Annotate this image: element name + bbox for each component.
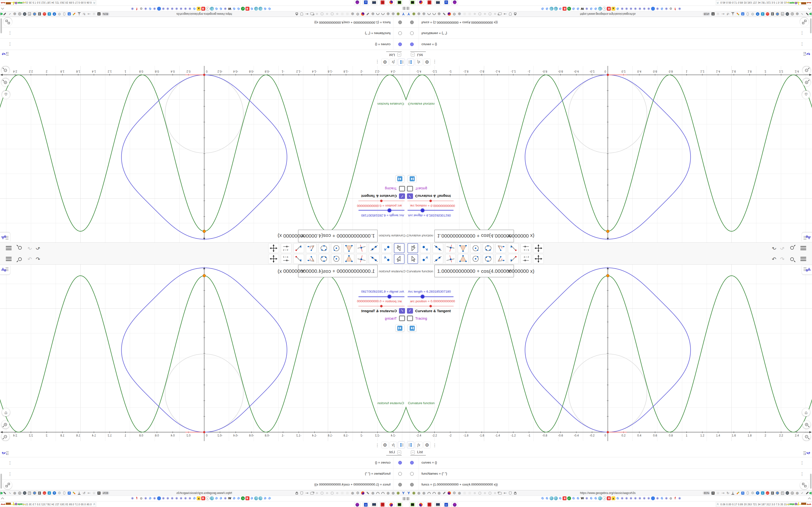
gauge-icon[interactable]	[432, 491, 436, 495]
favicon-gear-flower[interactable]: ⚙	[139, 496, 143, 500]
favicon-flower[interactable]: ✱	[625, 7, 628, 11]
download-icon[interactable]: ↓	[77, 491, 81, 495]
yandex-pin-icon[interactable]: Y	[406, 491, 411, 495]
favicon-blue-ball[interactable]	[651, 496, 655, 500]
favicon-sphere[interactable]	[254, 7, 258, 11]
algebra-row[interactable]: funcs = {1.000000000000 + cos(4.00000000…	[0, 17, 406, 27]
globe-icon[interactable]: ⊕	[795, 12, 800, 16]
favicon-flower[interactable]: ✱	[166, 496, 170, 500]
pen-icon[interactable]	[735, 491, 740, 495]
gear-light-icon[interactable]: ⚙	[57, 12, 61, 16]
settings-gear-icon[interactable]: ⚙	[382, 59, 389, 65]
zoom-level-badge[interactable]: 81%	[703, 12, 710, 16]
dot-large-icon[interactable]	[320, 12, 324, 16]
plus-blue-icon[interactable]: +	[52, 12, 57, 16]
tool-circle-center-point-icon[interactable]	[470, 254, 481, 264]
wrench-icon[interactable]	[366, 12, 370, 16]
dot-large-icon[interactable]	[488, 12, 492, 16]
visibility-marble[interactable]	[398, 461, 402, 464]
tool-slider-icon[interactable]: a = 2	[520, 243, 531, 253]
favicon-yandex[interactable]: Я	[607, 496, 611, 500]
lock-icon[interactable]	[513, 12, 517, 16]
down-blue-icon[interactable]: ↓	[47, 12, 51, 16]
tool-polygon-icon[interactable]	[458, 243, 468, 253]
favicon-f-italic[interactable]: f	[135, 7, 139, 11]
favicon-google[interactable]: G	[616, 7, 620, 11]
tool-slider-icon[interactable]: a = 2	[520, 254, 531, 264]
favicon-green-check[interactable]: ✓	[241, 7, 245, 11]
pinned-tile-red-gear[interactable]: ⚙	[379, 502, 386, 507]
gear-icon[interactable]: ⚙	[355, 491, 360, 495]
algebra-row[interactable]: funcNames = {" "} ⋮	[406, 468, 812, 480]
arc-length-slider[interactable]	[358, 296, 405, 297]
search-icon[interactable]	[789, 245, 795, 251]
lock-icon[interactable]	[513, 491, 517, 495]
redo-icon[interactable]: ↷	[27, 256, 33, 262]
arc-length-slider-thumb[interactable]	[388, 294, 392, 299]
tracing-checkbox[interactable]	[399, 316, 405, 321]
pinned-tile-monitor[interactable]	[371, 0, 377, 5]
globe-icon[interactable]: ⊕	[391, 491, 395, 495]
tool-conic-through-points-icon[interactable]	[318, 254, 329, 264]
favicon-flower[interactable]: ✱	[638, 7, 642, 11]
curvature-tangent-checkbox[interactable]: ✓	[399, 308, 405, 314]
tool-line-through-red-point-icon[interactable]	[293, 254, 304, 264]
firefox-icon[interactable]	[361, 12, 365, 16]
trash-d-icon[interactable]: D	[27, 491, 32, 495]
globe-icon[interactable]: ⊕	[371, 12, 375, 16]
globe-blue-icon[interactable]	[33, 491, 37, 495]
favicon-gear-flower[interactable]: ⚙	[139, 7, 143, 11]
favicon-image[interactable]: ▲	[197, 7, 201, 11]
translate-dark-icon[interactable]: A	[97, 12, 101, 16]
gear-light-icon[interactable]: ⚙	[751, 12, 755, 16]
wrench-dark-icon[interactable]	[805, 491, 809, 495]
trash-d-icon[interactable]: D	[27, 12, 32, 16]
pill-icon[interactable]	[746, 12, 750, 16]
reload-icon[interactable]: ↻	[726, 491, 730, 495]
algebra-row[interactable]: curves = {} ⋮	[0, 39, 406, 50]
algebra-row[interactable]: funcs = {1.000000000000 + cos(4.00000000…	[0, 480, 406, 490]
favicon-google[interactable]: G	[660, 496, 664, 500]
favicon-google[interactable]: G	[558, 496, 562, 500]
tool-point-icon[interactable]: A	[382, 243, 392, 253]
curvature-tangent-checkbox[interactable]: ✓	[407, 193, 413, 199]
favicon-flower[interactable]: ✱	[585, 496, 589, 500]
home-button[interactable]: ⌂	[2, 91, 10, 99]
favicon-flower[interactable]: ✱	[664, 7, 668, 11]
favicon-google[interactable]: G	[576, 496, 580, 500]
zoom-level-badge[interactable]: 81%	[102, 491, 109, 495]
favicon-image[interactable]: ▲	[611, 496, 615, 500]
algebra-row-text[interactable]: curves = {}	[375, 461, 391, 464]
algebra-row[interactable]: funcs = {1.000000000000 + cos(4.00000000…	[406, 480, 812, 490]
visibility-marble[interactable]	[410, 472, 414, 475]
favicon-google[interactable]: G	[616, 496, 620, 500]
favicon-sphere[interactable]	[554, 7, 558, 11]
menu-icon[interactable]	[800, 245, 807, 251]
favicon-flower[interactable]: ✱	[223, 7, 227, 11]
folder-icon[interactable]	[310, 491, 314, 495]
favicon-google[interactable]: G	[219, 7, 223, 11]
dot-large-icon[interactable]	[488, 491, 492, 495]
kebab-icon[interactable]: ⋮	[800, 31, 804, 36]
favicon-flower[interactable]: ✱	[620, 7, 624, 11]
favicon-flower[interactable]: ✱	[664, 496, 668, 500]
kebab-icon[interactable]: ⋮	[800, 42, 804, 47]
favicon-google[interactable]: G	[232, 7, 236, 11]
globe-icon[interactable]: ⊕	[417, 491, 421, 495]
favicon-wikipedia[interactable]: W	[580, 496, 585, 500]
gear-icon[interactable]: ⚙	[452, 12, 457, 16]
yandex-pin-icon[interactable]: Y	[406, 12, 411, 16]
favicon-sphere[interactable]	[598, 496, 602, 500]
folder-icon[interactable]	[498, 491, 502, 495]
pen-icon[interactable]	[735, 12, 740, 16]
visibility-marble[interactable]	[410, 43, 414, 46]
zoom-in-button[interactable]: +	[803, 78, 811, 87]
visibility-marble[interactable]	[398, 20, 402, 24]
lock-icon[interactable]	[295, 491, 299, 495]
ghost-icon[interactable]	[340, 12, 345, 16]
lock-icon[interactable]	[295, 12, 299, 16]
favicon-sphere[interactable]	[554, 496, 558, 500]
tool-angle-icon[interactable]: α	[495, 254, 506, 264]
firefox-icon[interactable]	[447, 491, 451, 495]
thumb-icon[interactable]: ✓	[7, 12, 12, 16]
